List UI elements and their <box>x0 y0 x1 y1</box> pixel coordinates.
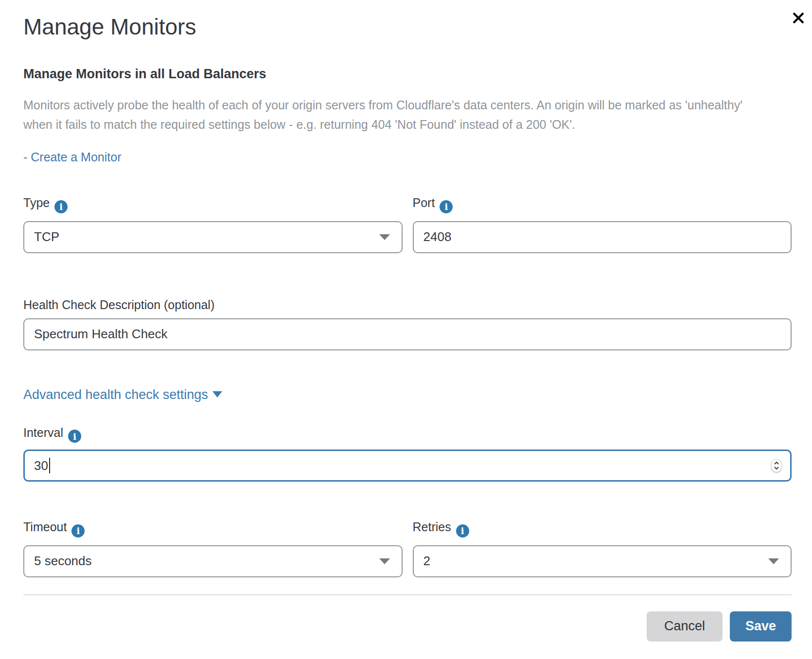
port-input[interactable]: 2408 <box>413 221 792 253</box>
retries-select-value: 2 <box>424 554 430 569</box>
chevron-down-icon <box>212 391 222 398</box>
type-label-row: Typei <box>23 195 403 213</box>
up-down-chevrons-icon <box>774 460 779 471</box>
chevron-down-icon <box>379 558 390 564</box>
type-select-value: TCP <box>34 229 59 244</box>
retries-field-group: Retriesi 2 <box>413 520 792 577</box>
close-icon[interactable] <box>791 11 806 25</box>
description-field-group: Health Check Description (optional) Spec… <box>23 297 792 350</box>
interval-label: Interval <box>23 426 63 439</box>
advanced-settings-label: Advanced health check settings <box>23 387 208 402</box>
type-port-row: Typei TCP Porti 2408 <box>23 195 792 253</box>
number-stepper[interactable] <box>771 459 782 472</box>
timeout-label-row: Timeouti <box>23 520 403 538</box>
info-icon[interactable]: i <box>68 430 81 443</box>
port-label: Port <box>413 196 435 209</box>
manage-monitors-dialog: Manage Monitors Manage Monitors in all L… <box>0 0 812 659</box>
type-select[interactable]: TCP <box>23 221 403 253</box>
port-input-value: 2408 <box>424 229 452 244</box>
cancel-button[interactable]: Cancel <box>647 611 723 642</box>
interval-input[interactable]: 30 <box>23 450 792 482</box>
retries-label: Retries <box>413 520 451 534</box>
interval-field-group: Intervali 30 <box>23 425 792 482</box>
chevron-down-icon <box>379 234 390 240</box>
port-field-group: Porti 2408 <box>413 195 792 253</box>
footer-divider <box>23 594 792 595</box>
timeout-field-group: Timeouti 5 seconds <box>23 520 403 577</box>
type-label: Type <box>23 196 50 209</box>
info-icon[interactable]: i <box>456 524 469 538</box>
page-title: Manage Monitors <box>23 14 792 40</box>
save-button[interactable]: Save <box>730 611 792 642</box>
section-description: Monitors actively probe the health of ea… <box>23 95 753 134</box>
create-monitor-link[interactable]: - Create a Monitor <box>23 150 121 164</box>
retries-label-row: Retriesi <box>413 520 792 538</box>
retries-select[interactable]: 2 <box>413 545 792 577</box>
description-label-row: Health Check Description (optional) <box>23 297 792 312</box>
type-field-group: Typei TCP <box>23 195 403 253</box>
info-icon[interactable]: i <box>440 200 453 213</box>
interval-label-row: Intervali <box>23 425 792 443</box>
port-label-row: Porti <box>413 195 792 213</box>
info-icon[interactable]: i <box>71 524 85 538</box>
health-check-description-input[interactable]: Spectrum Health Check <box>23 318 792 350</box>
health-check-description-value: Spectrum Health Check <box>34 327 168 342</box>
timeout-label: Timeout <box>23 520 67 534</box>
timeout-select[interactable]: 5 seconds <box>23 545 403 577</box>
advanced-settings-toggle[interactable]: Advanced health check settings <box>23 386 222 403</box>
timeout-select-value: 5 seconds <box>34 554 92 569</box>
footer-actions: Cancel Save <box>23 611 792 642</box>
health-check-description-label: Health Check Description (optional) <box>23 298 214 312</box>
text-cursor <box>49 458 50 473</box>
interval-input-value: 30 <box>34 458 48 473</box>
close-x-glyph <box>791 11 806 25</box>
interval-value-wrap: 30 <box>34 458 50 473</box>
chevron-down-icon <box>768 558 779 564</box>
timeout-retries-row: Timeouti 5 seconds Retriesi 2 <box>23 520 792 577</box>
section-heading: Manage Monitors in all Load Balancers <box>23 66 792 82</box>
info-icon[interactable]: i <box>54 200 68 213</box>
